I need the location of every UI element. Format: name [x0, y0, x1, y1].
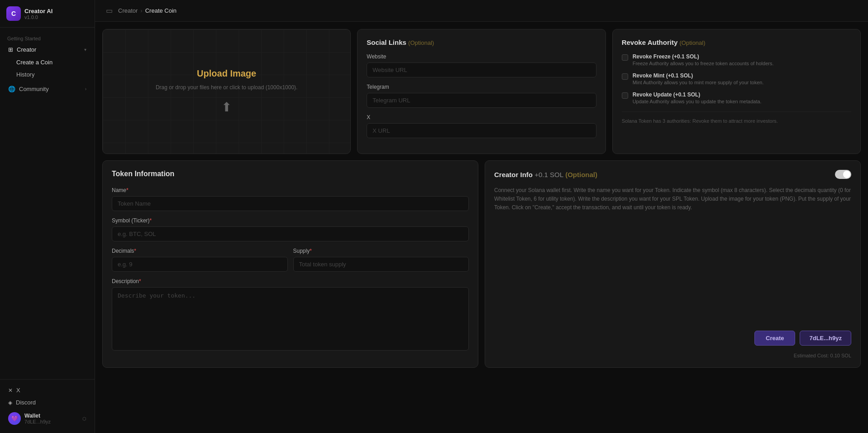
social-links-title: Social Links (Optional): [367, 38, 596, 46]
revoke-update-title: Revoke Update (+0.1 SOL): [633, 91, 762, 98]
grid-icon: ⊞: [8, 46, 13, 53]
website-label: Website: [367, 53, 596, 60]
revoke-title: Revoke Authority (Optional): [622, 38, 851, 46]
description-textarea[interactable]: [112, 287, 469, 351]
description-field-group: Description*: [112, 278, 469, 352]
sidebar-item-create-coin[interactable]: Create a Coin: [4, 56, 91, 68]
supply-field-group: Supply*: [293, 248, 469, 272]
symbol-input[interactable]: [112, 226, 469, 241]
x-input[interactable]: [367, 123, 596, 138]
revoke-update-item: Revoke Update (+0.1 SOL) Update Authorit…: [622, 91, 851, 104]
revoke-authority-panel: Revoke Authority (Optional) Revoke Freez…: [612, 29, 861, 154]
name-field-group: Name*: [112, 187, 469, 211]
decimals-label: Decimals*: [112, 248, 288, 254]
upload-subtitle: Drag or drop your files here or click to…: [156, 84, 298, 91]
wallet-button[interactable]: 7dLE...h9yz: [800, 331, 851, 346]
decimals-input[interactable]: [112, 257, 288, 272]
website-input[interactable]: [367, 63, 596, 77]
discord-icon: ◈: [8, 399, 12, 406]
wallet-avatar: 💜: [8, 412, 21, 425]
sidebar-nav: Getting Started ⊞ Creator ▾ Create a Coi…: [0, 28, 95, 379]
revoke-mint-desc: Mint Authority allows you to mint more s…: [633, 80, 764, 85]
creator-info-title: Creator Info +0.1 SOL (Optional): [494, 171, 597, 178]
token-information-panel: Token Information Name* Symbol (Ticker)*: [102, 160, 478, 368]
revoke-mint-item: Revoke Mint (+0.1 SOL) Mint Authority al…: [622, 72, 851, 85]
wallet-item[interactable]: 💜 Wallet 7dLE...h9yz ⬡: [4, 409, 91, 428]
app-version: v1.0.0: [24, 14, 52, 20]
sidebar-item-discord[interactable]: ◈ Discord: [4, 396, 91, 409]
token-section-title: Token Information: [112, 170, 469, 178]
sidebar-history-label: History: [16, 71, 34, 78]
social-optional-label: (Optional): [408, 39, 434, 46]
wallet-address: 7dLE...h9yz: [24, 419, 51, 424]
create-button[interactable]: Create: [754, 331, 795, 346]
sidebar-item-community[interactable]: 🌐 Community ›: [4, 82, 91, 96]
creator-info-panel: Creator Info +0.1 SOL (Optional) Connect…: [485, 160, 861, 368]
breadcrumb-parent: Creator: [118, 7, 138, 14]
token-name-input[interactable]: [112, 196, 469, 211]
upload-title: Upload Image: [197, 68, 256, 79]
chevron-right-icon: ›: [85, 87, 86, 91]
nav-section-label: Getting Started: [4, 33, 91, 43]
sidebar: C Creator AI v1.0.0 Getting Started ⊞ Cr…: [0, 0, 95, 433]
revoke-optional-label: (Optional): [679, 39, 705, 46]
x-label: X: [367, 114, 596, 120]
upload-icon: ⬆: [221, 100, 232, 115]
app-logo: C Creator AI v1.0.0: [0, 0, 95, 28]
creator-actions: Create 7dLE...h9yz: [494, 331, 851, 346]
telegram-label: Telegram: [367, 84, 596, 90]
decimals-field-group: Decimals*: [112, 248, 288, 272]
revoke-update-checkbox[interactable]: [622, 92, 628, 99]
creator-info-toggle[interactable]: [835, 170, 851, 179]
creator-header: Creator Info +0.1 SOL (Optional): [494, 170, 851, 179]
app-name: Creator AI: [24, 8, 52, 14]
sidebar-item-creator[interactable]: ⊞ Creator ▾: [4, 43, 91, 56]
revoke-freeze-item: Revoke Freeze (+0.1 SOL) Freeze Authorit…: [622, 53, 851, 66]
telegram-input[interactable]: [367, 93, 596, 108]
supply-label: Supply*: [293, 248, 469, 254]
revoke-mint-title: Revoke Mint (+0.1 SOL): [633, 72, 764, 79]
page-content: Upload Image Drag or drop your files her…: [95, 22, 868, 433]
x-icon: ✕: [8, 387, 13, 394]
chevron-down-icon: ▾: [84, 47, 86, 52]
telegram-field-group: Telegram: [367, 84, 596, 108]
revoke-freeze-title: Revoke Freeze (+0.1 SOL): [633, 53, 774, 60]
creator-info-description: Connect your Solana wallet first. Write …: [494, 186, 851, 212]
sidebar-creator-label: Creator: [17, 46, 36, 53]
website-field-group: Website: [367, 53, 596, 77]
topbar: ▭ Creator › Create Coin: [95, 0, 868, 22]
breadcrumb-current: Create Coin: [145, 7, 176, 14]
revoke-freeze-desc: Freeze Authority allows you to freeze to…: [633, 61, 774, 66]
sidebar-item-x[interactable]: ✕ X: [4, 384, 91, 396]
globe-icon: 🌐: [8, 86, 15, 92]
sidebar-community-label: Community: [19, 86, 49, 92]
breadcrumb: Creator › Create Coin: [118, 7, 176, 14]
description-label: Description*: [112, 278, 469, 284]
wallet-chevron-icon: ⬡: [82, 416, 86, 421]
sidebar-create-coin-label: Create a Coin: [16, 59, 52, 66]
sidebar-bottom: ✕ X ◈ Discord 💜 Wallet 7dLE...h9yz ⬡: [0, 379, 95, 433]
symbol-field-group: Symbol (Ticker)*: [112, 217, 469, 241]
social-links-panel: Social Links (Optional) Website Telegram…: [357, 29, 606, 154]
sidebar-toggle-button[interactable]: ▭: [104, 5, 114, 16]
name-label: Name*: [112, 187, 469, 193]
upload-content: Upload Image Drag or drop your files her…: [156, 68, 298, 115]
decimals-supply-row: Decimals* Supply*: [112, 248, 469, 278]
symbol-label: Symbol (Ticker)*: [112, 217, 469, 224]
estimated-cost: Estimated Cost: 0.10 SOL: [494, 353, 851, 358]
logo-text: Creator AI v1.0.0: [24, 8, 52, 20]
revoke-freeze-checkbox[interactable]: [622, 54, 628, 61]
supply-input[interactable]: [293, 257, 469, 272]
revoke-update-desc: Update Authority allows you to update th…: [633, 99, 762, 104]
revoke-footer: Solana Token has 3 authorities: Revoke t…: [622, 111, 851, 124]
logo-icon: C: [6, 6, 21, 21]
upload-image-panel[interactable]: Upload Image Drag or drop your files her…: [102, 29, 351, 154]
bottom-row: Token Information Name* Symbol (Ticker)*: [102, 160, 861, 368]
top-row: Upload Image Drag or drop your files her…: [102, 29, 861, 154]
revoke-mint-checkbox[interactable]: [622, 73, 628, 80]
breadcrumb-separator: ›: [140, 7, 142, 14]
sidebar-x-label: X: [16, 387, 20, 394]
sidebar-item-history[interactable]: History: [4, 68, 91, 81]
main-content: ▭ Creator › Create Coin Upload Image Dra…: [95, 0, 868, 433]
sidebar-discord-label: Discord: [16, 399, 36, 406]
